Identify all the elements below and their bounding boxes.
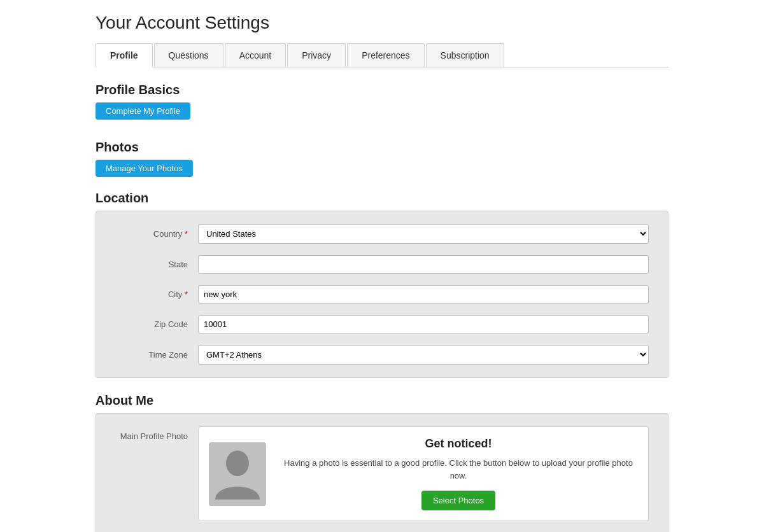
tabs-container: Profile Questions Account Privacy Prefer… [96, 43, 668, 67]
photo-notice-title: Get noticed! [279, 437, 638, 451]
city-label: City * [115, 290, 198, 299]
tab-preferences[interactable]: Preferences [347, 43, 424, 67]
avatar-placeholder [209, 442, 266, 506]
tab-account[interactable]: Account [225, 43, 286, 67]
main-photo-label: Main Profile Photo [115, 426, 198, 441]
tab-privacy[interactable]: Privacy [287, 43, 346, 67]
zip-label: Zip Code [115, 319, 198, 329]
zip-input[interactable] [198, 315, 649, 333]
location-section: Location Country * United States Canada … [96, 191, 668, 378]
tab-questions[interactable]: Questions [154, 43, 223, 67]
photo-notice: Get noticed! Having a photo is essential… [279, 437, 638, 510]
select-photos-button[interactable]: Select Photos [421, 491, 495, 510]
profile-basics-title: Profile Basics [96, 83, 668, 97]
photos-title: Photos [96, 140, 668, 155]
about-me-section: About Me Main Profile Photo Get noticed! [96, 393, 668, 532]
country-row: Country * United States Canada United Ki… [115, 224, 649, 244]
svg-point-0 [226, 451, 249, 476]
photo-notice-text: Having a photo is essential to a good pr… [279, 457, 638, 482]
country-label: Country * [115, 229, 198, 239]
page-title: Your Account Settings [96, 13, 668, 33]
person-silhouette-icon [212, 445, 263, 503]
timezone-row: Time Zone GMT-12 GMT-11 GMT-10 GMT-9 GMT… [115, 345, 649, 365]
city-input[interactable] [198, 285, 649, 304]
country-select[interactable]: United States Canada United Kingdom Aust… [198, 224, 649, 244]
country-required: * [185, 229, 188, 239]
state-label: State [115, 260, 198, 269]
about-me-title: About Me [96, 393, 668, 408]
state-row: State [115, 255, 649, 274]
zip-row: Zip Code [115, 315, 649, 333]
location-form-panel: Country * United States Canada United Ki… [96, 211, 668, 378]
photo-box: Get noticed! Having a photo is essential… [198, 426, 649, 521]
manage-photos-button[interactable]: Manage Your Photos [96, 160, 193, 177]
state-input[interactable] [198, 255, 649, 274]
city-row: City * [115, 285, 649, 304]
complete-profile-button[interactable]: Complete My Profile [96, 102, 190, 120]
tab-subscription[interactable]: Subscription [426, 43, 504, 67]
tab-profile[interactable]: Profile [96, 43, 153, 67]
timezone-label: Time Zone [115, 350, 198, 360]
photos-section: Photos Manage Your Photos [96, 140, 668, 187]
about-me-panel: Main Profile Photo Get noticed! Having a… [96, 413, 668, 532]
timezone-select[interactable]: GMT-12 GMT-11 GMT-10 GMT-9 GMT-8 Pacific… [198, 345, 649, 365]
profile-basics-section: Profile Basics Complete My Profile [96, 83, 668, 130]
city-required: * [185, 290, 188, 299]
location-title: Location [96, 191, 668, 206]
main-photo-row: Main Profile Photo Get noticed! Having a… [115, 426, 649, 521]
